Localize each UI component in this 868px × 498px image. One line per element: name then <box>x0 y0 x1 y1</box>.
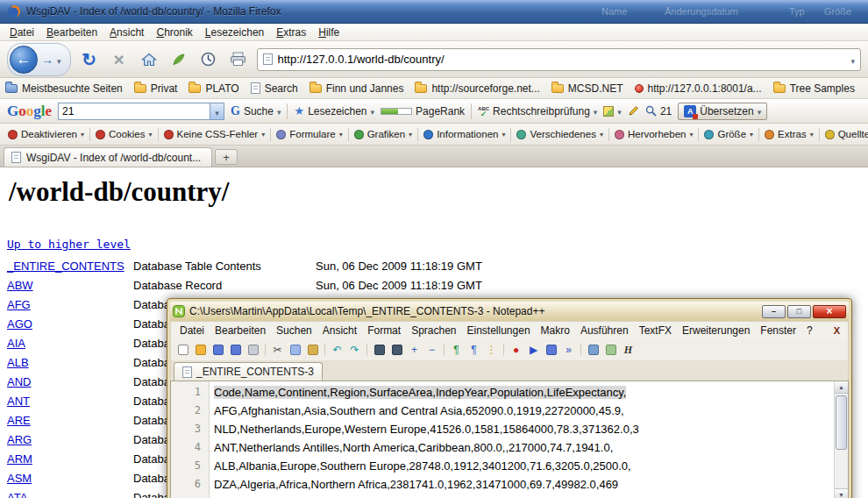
undo-icon[interactable]: ↶ <box>330 343 345 358</box>
indent-guide-icon[interactable]: ⋮ <box>484 343 499 358</box>
google-search-input[interactable] <box>59 105 210 117</box>
reload-button[interactable] <box>78 47 101 72</box>
devtool-gr-e[interactable]: Größe▾ <box>701 127 756 141</box>
file-link[interactable]: ASM <box>7 472 32 485</box>
file-link[interactable]: ARM <box>7 452 32 466</box>
devtool-keine-css-fehler[interactable]: Keine CSS-Fehler▾ <box>161 127 268 141</box>
npp-menu-erweiterungen[interactable]: Erweiterungen <box>677 324 755 338</box>
forward-button[interactable] <box>41 52 61 68</box>
stop-button[interactable] <box>108 47 131 72</box>
up-to-higher-level-link[interactable]: Up to higher level <box>7 238 131 251</box>
bookmark-tree-samples[interactable]: Tree Samples <box>773 82 855 95</box>
devtool-deaktivieren[interactable]: Deaktivieren▾ <box>5 127 87 141</box>
zoom-out-icon[interactable]: − <box>424 343 439 358</box>
zoom-in-icon[interactable]: + <box>407 343 422 358</box>
file-link[interactable]: AND <box>7 375 31 388</box>
menu-lesezeichen[interactable]: Lesezeichen <box>199 25 270 40</box>
location-bar[interactable] <box>257 48 861 71</box>
bookmark-mcsd-net[interactable]: MCSD.NET <box>551 82 623 95</box>
file-link[interactable]: AIA <box>7 337 25 350</box>
paste-icon[interactable] <box>305 343 320 358</box>
doc-map-icon[interactable] <box>603 343 618 358</box>
new-tab-button[interactable]: + <box>215 149 238 165</box>
result-count[interactable]: 21 <box>645 105 672 117</box>
editor-area[interactable]: 123456 Code,Name,Continent,Region,Surfac… <box>170 381 849 498</box>
file-link[interactable]: AGO <box>7 317 32 331</box>
vertical-scrollbar[interactable]: ▲ ▼ <box>834 381 848 498</box>
bookmark-plato[interactable]: PLATO <box>189 82 238 95</box>
devtool-grafiken[interactable]: Grafiken▾ <box>352 127 415 141</box>
word-wrap-icon[interactable]: ¶ <box>449 343 464 358</box>
google-suche-button[interactable]: Suche <box>231 104 281 118</box>
document-tab[interactable]: _ENTIRE_CONTENTS-3 <box>174 362 323 381</box>
file-link[interactable]: ABW <box>7 279 33 292</box>
npp-menu-textfx[interactable]: TextFX <box>634 324 677 338</box>
npp-menu-suchen[interactable]: Suchen <box>271 324 317 338</box>
minimize-button[interactable] <box>762 305 786 318</box>
history-button[interactable] <box>197 47 220 72</box>
bookmark-meistbesuchte-seiten[interactable]: Meistbesuchte Seiten <box>5 82 123 95</box>
npp-menu-makro[interactable]: Makro <box>536 324 575 338</box>
close-button[interactable] <box>813 305 846 318</box>
scroll-down-icon[interactable]: ▼ <box>835 488 848 498</box>
line-number-gutter[interactable]: 123456 <box>171 381 210 498</box>
npp-menu-ansicht[interactable]: Ansicht <box>317 324 362 338</box>
run-multiple-icon[interactable]: » <box>561 343 576 358</box>
menu-ansicht[interactable]: Ansicht <box>103 25 150 40</box>
file-link[interactable]: ANT <box>7 395 30 408</box>
close-document-button[interactable]: X <box>834 325 844 336</box>
maximize-button[interactable] <box>787 305 811 318</box>
devtool-quellte[interactable]: Quellte▾ <box>822 127 868 141</box>
bookmark-search[interactable]: Search <box>251 82 298 95</box>
devtool-hervorheben[interactable]: Hervorheben▾ <box>612 127 696 141</box>
notepad-window[interactable]: C:\Users\Martin\AppData\Local\Temp\_ENTI… <box>167 298 852 498</box>
npp-menu-einstellungen[interactable]: Einstellungen <box>462 324 536 338</box>
copy-icon[interactable] <box>288 343 302 358</box>
google-lesezeichen-button[interactable]: Lesezeichen <box>294 104 374 117</box>
scroll-up-icon[interactable]: ▲ <box>835 381 848 394</box>
bookmark-finn-und-jannes[interactable]: Finn und Jannes <box>309 82 404 95</box>
bookmark-privat[interactable]: Privat <box>134 82 178 95</box>
file-link[interactable]: ARG <box>7 433 32 446</box>
bookmark-http-sourceforge-net[interactable]: http://sourceforge.net... <box>415 82 539 95</box>
spellcheck-button[interactable]: Rechtschreibprüfung <box>478 105 597 117</box>
google-search-dropdown[interactable] <box>210 103 224 119</box>
redo-icon[interactable]: ↷ <box>347 343 362 358</box>
url-input[interactable] <box>278 53 846 66</box>
file-link[interactable]: _ENTIRE_CONTENTS <box>7 260 125 273</box>
show-all-chars-icon[interactable]: ¶ <box>466 343 481 358</box>
npp-menu-datei[interactable]: Datei <box>174 324 210 338</box>
bookmark-http-127-0-0-1-8001-a[interactable]: http://127.0.0.1:8001/a... <box>635 82 762 95</box>
npp-menu-bearbeiten[interactable]: Bearbeiten <box>210 324 271 338</box>
pagerank-widget[interactable]: PageRank <box>381 105 465 117</box>
npp-menu-[interactable]: ? <box>801 324 818 338</box>
autofill-button[interactable] <box>603 105 622 117</box>
save-icon[interactable] <box>210 343 225 358</box>
code-area[interactable]: Code,Name,Continent,Region,SurfaceArea,I… <box>210 381 834 498</box>
find-icon[interactable] <box>372 343 387 358</box>
play-macro-icon[interactable]: ▶ <box>526 343 541 358</box>
notepad-titlebar[interactable]: C:\Users\Martin\AppData\Local\Temp\_ENTI… <box>170 302 849 321</box>
home-button[interactable] <box>138 47 160 72</box>
browser-tab[interactable]: WsgiDAV - Index of /world-db/count... <box>4 147 212 167</box>
find-replace-icon[interactable] <box>389 343 404 358</box>
new-file-icon[interactable] <box>175 343 190 358</box>
npp-menu-format[interactable]: Format <box>362 324 406 338</box>
history-dropdown-icon[interactable] <box>57 52 61 68</box>
npp-menu-fenster[interactable]: Fenster <box>755 324 801 338</box>
print-icon[interactable] <box>245 343 260 358</box>
record-macro-icon[interactable]: ● <box>509 343 523 358</box>
file-link[interactable]: AFG <box>7 298 31 311</box>
menu-bearbeiten[interactable]: Bearbeiten <box>40 25 103 40</box>
npp-menu-sprachen[interactable]: Sprachen <box>406 324 461 338</box>
devtool-cookies[interactable]: Cookies▾ <box>93 127 155 141</box>
sage-feed-button[interactable] <box>167 47 190 72</box>
menu-hilfe[interactable]: Hilfe <box>312 25 345 40</box>
scrollbar-thumb[interactable] <box>836 395 847 450</box>
print-button[interactable] <box>227 47 250 72</box>
html-preview-icon[interactable]: H <box>621 343 636 358</box>
file-link[interactable]: ARE <box>7 414 31 427</box>
file-link[interactable]: ALB <box>7 356 29 369</box>
devtool-extras[interactable]: Extras▾ <box>762 127 816 141</box>
devtool-verschiedenes[interactable]: Verschiedenes▾ <box>514 127 605 141</box>
